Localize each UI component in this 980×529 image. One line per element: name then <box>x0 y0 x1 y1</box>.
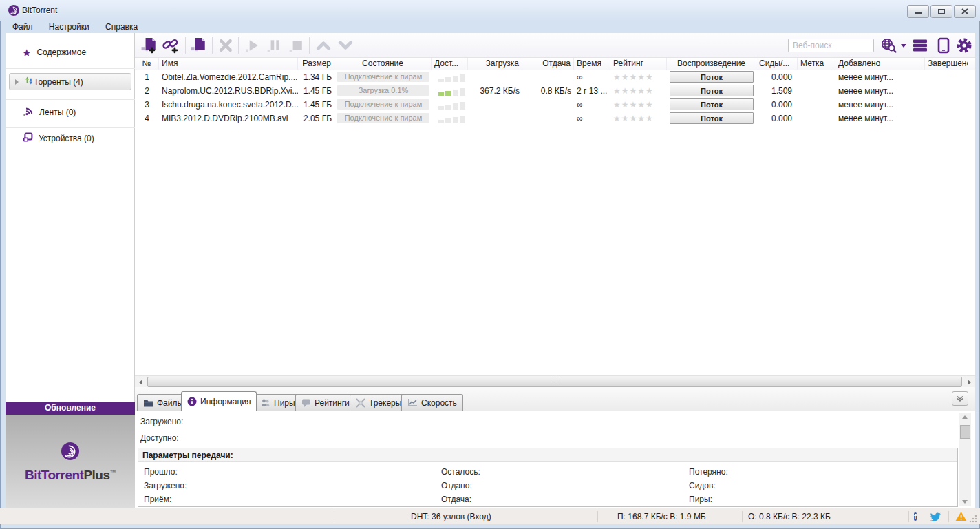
menu-settings[interactable]: Настройки <box>42 21 96 33</box>
scroll-left-icon[interactable] <box>135 376 147 388</box>
column-header[interactable]: Имя <box>159 58 298 70</box>
stop-icon[interactable] <box>287 37 305 54</box>
minimize-button[interactable] <box>907 5 929 18</box>
minimize-icon <box>915 12 922 14</box>
status-pill: Загрузка 0.1% <box>337 85 429 96</box>
torrent-table-header[interactable]: №ИмяРазмерСостояниеДост...ЗагрузкаОтдача… <box>135 58 975 70</box>
column-header[interactable]: Завершено <box>925 58 968 70</box>
rating-stars[interactable]: ★★★★★ <box>613 114 654 123</box>
scroll-down-icon[interactable] <box>962 500 968 504</box>
column-header[interactable]: Рейтинг <box>610 58 667 70</box>
facebook-icon[interactable]: f <box>914 512 917 522</box>
column-header[interactable]: Дост... <box>432 58 468 70</box>
sidebar-item-content[interactable]: ★ Содержимое <box>6 44 135 61</box>
table-row[interactable]: 1Obitel.Zla.Vomezdie.2012.CamRip....1.34… <box>135 70 975 84</box>
chevron-double-down-icon <box>957 395 963 402</box>
settings-gear-icon[interactable] <box>955 37 973 54</box>
close-button[interactable] <box>954 5 976 18</box>
column-header[interactable]: № <box>135 58 159 70</box>
rating-stars[interactable]: ★★★★★ <box>613 100 654 110</box>
warning-icon[interactable] <box>955 511 967 523</box>
scrollbar-thumb[interactable] <box>147 377 962 387</box>
add-link-icon[interactable] <box>162 37 180 54</box>
status-pill: Подключение к пирам <box>337 113 429 123</box>
status-pill: Подключение к пирам <box>337 72 429 82</box>
available-label: Доступно: <box>140 433 179 443</box>
update-banner[interactable]: Обновление <box>6 402 135 415</box>
devices-toolbar-icon[interactable] <box>935 37 952 54</box>
column-header[interactable]: Состояние <box>334 58 432 70</box>
move-down-icon[interactable] <box>337 37 354 54</box>
speed-icon <box>407 398 418 407</box>
stream-button[interactable]: Поток <box>670 98 754 110</box>
twitter-icon[interactable] <box>929 512 941 523</box>
bittorrent-plus-wordmark: BitTorrentPlus™ <box>25 468 116 483</box>
sidebar-item-feeds[interactable]: Ленты (0) <box>6 104 135 121</box>
peers-icon <box>261 398 270 407</box>
move-up-icon[interactable] <box>315 37 332 54</box>
transfer-parameters-header: Параметры передачи: <box>138 448 957 462</box>
title-bar: BitTorrent <box>0 0 980 21</box>
tab-ratings[interactable]: Рейтинги <box>295 394 356 411</box>
menu-bar: Файл Настройки Справка <box>6 21 974 33</box>
pause-icon[interactable] <box>265 37 283 54</box>
column-header[interactable]: Размер <box>298 58 334 70</box>
column-header[interactable]: Время <box>574 58 610 70</box>
column-header[interactable]: Отдача <box>522 58 574 70</box>
scrollbar-thumb[interactable] <box>960 425 970 439</box>
create-torrent-icon[interactable] <box>190 37 208 54</box>
sidebar-item-devices[interactable]: Устройства (0) <box>6 130 135 147</box>
tab-speed[interactable]: Скорость <box>401 394 463 411</box>
tab-trackers[interactable]: Трекеры <box>350 394 407 411</box>
remove-icon[interactable] <box>217 37 235 54</box>
bittorrent-logo-icon <box>8 5 19 18</box>
bittorrent-window: BitTorrent Файл Настройки Справка ★ Соде… <box>0 0 980 529</box>
availability-bars <box>434 112 465 125</box>
scroll-up-icon[interactable] <box>962 415 968 419</box>
search-input[interactable] <box>788 39 874 52</box>
table-row[interactable]: 4MIB3.2012.D.DVDRip.2100MB.avi2.05 ГБПод… <box>135 112 975 125</box>
vertical-scrollbar[interactable] <box>959 413 971 506</box>
maximize-button[interactable] <box>930 5 952 18</box>
table-row[interactable]: 2Naprolom.UC.2012.RUS.BDRip.Xvi...1.45 Г… <box>135 84 975 98</box>
sidebar-item-torrents[interactable]: Торренты (4) <box>9 73 131 90</box>
menu-help[interactable]: Справка <box>98 21 145 33</box>
window-title: BitTorrent <box>22 6 57 15</box>
upload-rate-status: О: 0.8 КБ/с В: 22.3 КБ <box>748 512 831 521</box>
torrent-table: 1Obitel.Zla.Vomezdie.2012.CamRip....1.34… <box>135 70 975 125</box>
bittorrent-plus-ad[interactable]: BitTorrentPlus™ <box>6 415 135 508</box>
files-icon <box>143 398 153 407</box>
menu-file[interactable]: Файл <box>6 21 40 33</box>
scroll-right-icon[interactable] <box>963 376 975 388</box>
rating-stars[interactable]: ★★★★★ <box>613 86 654 96</box>
rating-stars[interactable]: ★★★★★ <box>613 72 654 82</box>
table-row[interactable]: 3Ischu.druga.na.konec.sveta.2012.D...1.4… <box>135 98 975 112</box>
tab-peers[interactable]: Пиры <box>255 394 301 411</box>
detail-view-icon[interactable] <box>911 37 929 54</box>
start-icon[interactable] <box>243 37 261 54</box>
stream-button[interactable]: Поток <box>670 112 754 124</box>
stream-button[interactable]: Поток <box>670 71 754 83</box>
horizontal-scrollbar[interactable] <box>135 375 975 387</box>
collapse-panel-button[interactable] <box>952 391 968 406</box>
search-engine-dropdown-icon[interactable] <box>901 44 906 48</box>
add-torrent-icon[interactable] <box>140 37 158 54</box>
column-header[interactable]: Сиды/... <box>756 58 798 70</box>
detail-tabs: Файлы Информация Пиры Рейтинги Трекеры С… <box>135 387 975 411</box>
tab-information[interactable]: Информация <box>181 391 257 411</box>
column-header[interactable]: Добавлено <box>835 58 925 70</box>
availability-bars <box>434 70 465 84</box>
status-bar: DHT: 36 узлов (Вход) П: 168.7 КБ/с В: 1.… <box>0 508 980 524</box>
downloaded-label: Загружено: <box>140 417 183 426</box>
star-icon: ★ <box>22 48 31 58</box>
web-search-icon[interactable] <box>880 37 897 54</box>
column-header[interactable]: Воспроизведение <box>667 58 756 70</box>
column-header[interactable]: Загрузка <box>468 58 522 70</box>
torrents-icon <box>24 76 34 87</box>
info-panel: Загружено: Доступно: Параметры передачи:… <box>135 411 975 508</box>
maximize-icon <box>938 9 945 14</box>
column-header[interactable]: Метка <box>798 58 835 70</box>
resize-grip[interactable] <box>969 515 977 523</box>
expand-arrow-icon[interactable] <box>15 79 19 85</box>
stream-button[interactable]: Поток <box>670 85 754 96</box>
